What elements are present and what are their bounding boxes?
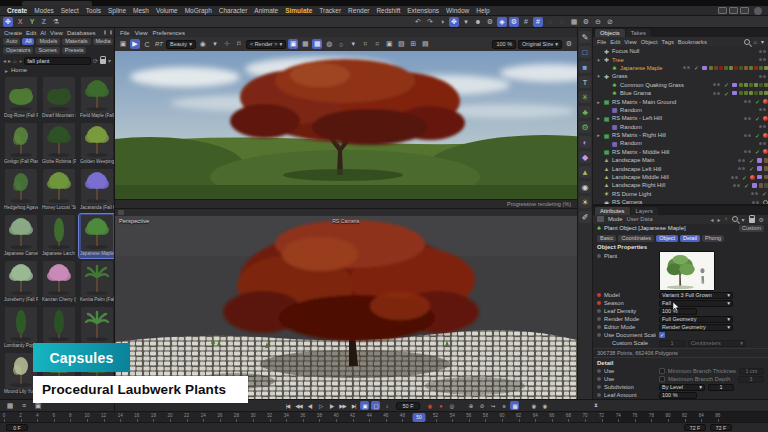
editor-visibility-dot[interactable]	[731, 176, 734, 179]
menu-spline[interactable]: Spline	[105, 7, 129, 14]
asset-item-japanese-maple-fall[interactable]: Japanese Maple (Fall ...	[79, 214, 114, 258]
bookmark-caret-icon[interactable]: ▾	[761, 39, 764, 45]
go-to-start-button[interactable]: |◀	[283, 401, 292, 410]
render-canvas[interactable]	[115, 51, 577, 199]
filter-tab-auto[interactable]: Auto	[3, 38, 20, 45]
menu-help[interactable]: Help	[473, 7, 492, 14]
field-icon[interactable]: ◐	[579, 136, 591, 148]
material-tag-icon[interactable]	[759, 66, 764, 71]
category-tab-presets[interactable]: Presets	[62, 47, 87, 54]
expand-1-icon[interactable]: ⌗	[360, 39, 370, 49]
perspective-viewport[interactable]: Perspective RS Camera	[115, 216, 577, 399]
search-input[interactable]	[27, 58, 88, 64]
editor-visibility-dot[interactable]	[759, 58, 762, 61]
render-slot-dropdown[interactable]: < Render >▾	[246, 40, 286, 49]
enabled-check-icon[interactable]: ✓	[762, 190, 768, 197]
asset-item-jacaranda-fall-plant[interactable]: Jacaranda (Fall Plant)	[79, 168, 114, 212]
live-selection-icon[interactable]: ◑	[437, 17, 447, 27]
object-row-focus-null[interactable]: ✚Focus Null	[593, 47, 768, 55]
keyframe-dot[interactable]	[597, 333, 601, 337]
material-tag-icon[interactable]	[739, 91, 744, 96]
history-back-icon[interactable]: ◂	[711, 216, 714, 223]
render-visibility-dot[interactable]	[763, 125, 766, 128]
asset-item-hedgehog-agave-fall[interactable]: Hedgehog Agave (Fall...	[3, 168, 39, 212]
sound-toggle[interactable]: ♪	[382, 401, 391, 410]
object-label[interactable]: RS Matrix - Middle Hill	[612, 149, 669, 155]
detail-parameter-field[interactable]: 1 cm	[739, 368, 764, 375]
material-tag-icon[interactable]	[739, 66, 744, 71]
asset-item-japanese-larch-fall-pl[interactable]: Japanese Larch (Fall Pl...	[41, 214, 77, 258]
timeline-ruler[interactable]: 0246810121416182022242628303234363840424…	[0, 411, 768, 422]
more-icon[interactable]: ▾	[108, 57, 111, 64]
editor-visibility-dot[interactable]	[759, 142, 762, 145]
volume-icon[interactable]: ◆	[579, 151, 591, 163]
render-visibility-dot[interactable]	[748, 100, 751, 103]
rotation-key-toggle[interactable]: ⊘	[477, 401, 486, 410]
ab-menu-edit[interactable]: Edit	[26, 30, 36, 36]
render-visibility-dot[interactable]	[687, 66, 690, 69]
object-row-landscape-middle-hill[interactable]: ▲Landscape Middle Hill✓	[593, 173, 768, 181]
camera-icon[interactable]: ◉	[579, 181, 591, 193]
tab-layers[interactable]: Layers	[631, 207, 658, 215]
cloner-icon[interactable]: ♣	[579, 106, 591, 118]
custom-scale-unit-dropdown[interactable]: Centimeters▾	[688, 340, 746, 347]
dock-icon[interactable]	[104, 30, 106, 35]
character-solver-icon[interactable]: ☻	[473, 17, 483, 27]
mode-label[interactable]: Mode	[608, 216, 623, 222]
object-label[interactable]: RS Matrix - Right Hill	[612, 132, 666, 138]
menu-mesh[interactable]: Mesh	[130, 7, 152, 14]
keyframe-dot[interactable]	[597, 369, 601, 373]
material-tag-icon[interactable]	[764, 183, 768, 188]
isolate-icon[interactable]: ⊖	[593, 17, 603, 27]
asset-item-field-maple-fall-plant[interactable]: Field Maple (Fall Plant)	[79, 76, 114, 120]
use-checkbox[interactable]	[659, 376, 665, 382]
filter-icon[interactable]: ▾	[742, 216, 745, 223]
z-axis-lock-button[interactable]: Z	[39, 17, 49, 27]
menu-modes[interactable]: Modes	[31, 7, 57, 14]
asset-item-honey-locust-sunbur[interactable]: Honey Locust 'Sunbur...	[41, 168, 77, 212]
restart-render-icon[interactable]: C	[142, 39, 152, 49]
search-icon[interactable]	[744, 39, 750, 45]
menu-tools[interactable]: Tools	[83, 7, 104, 14]
ab-menu-databases[interactable]: Databases	[67, 30, 96, 36]
material-tag-icon[interactable]	[744, 83, 749, 88]
object-row-japanese-maple[interactable]: ♣Japanese Maple✓	[593, 64, 768, 72]
plant-preview-thumbnail[interactable]	[659, 251, 715, 291]
am-lock-icon[interactable]	[749, 218, 755, 223]
keying-settings-button[interactable]: ▦	[510, 401, 519, 410]
save-image-icon[interactable]: ▣	[118, 39, 128, 49]
om-menu-tags[interactable]: Tags	[662, 39, 674, 45]
undock-icon[interactable]	[110, 30, 112, 35]
asset-item-dog-rose-fall-plant[interactable]: Dog-Rose (Fall Plant)	[3, 76, 39, 120]
object-row-landscape-right-hill[interactable]: ▲Landscape Right Hill✓	[593, 181, 768, 189]
tab-objects[interactable]: Objects	[595, 29, 625, 37]
landscape-icon[interactable]: ▲	[579, 166, 591, 178]
object-label[interactable]: Random	[620, 140, 642, 146]
enabled-check-icon[interactable]: ✓	[755, 132, 761, 139]
render-visibility-dot[interactable]	[763, 58, 766, 61]
editor-visibility-dot[interactable]	[738, 159, 741, 162]
keyframe-record-toggle[interactable]: ▢	[371, 401, 380, 410]
menu-character[interactable]: Character	[216, 7, 251, 14]
asset-item-ginkgo-fall-plant[interactable]: Ginkgo (Fall Plant)	[3, 122, 39, 166]
spline-pen-icon[interactable]: ✎	[579, 31, 591, 43]
object-label[interactable]: Landscape Left Hill	[612, 166, 661, 172]
render-visibility-dot[interactable]	[755, 192, 758, 195]
go-to-next-frame-button[interactable]: |▶	[327, 401, 336, 410]
viewport-menu-icon[interactable]	[118, 210, 124, 215]
y-axis-lock-button[interactable]: Y	[27, 17, 37, 27]
current-frame-field[interactable]: 50 F	[396, 402, 420, 410]
section-tab-basic[interactable]: Basic	[597, 235, 616, 242]
modeling-gear-icon[interactable]: ⚙	[581, 17, 591, 27]
editor-visibility-dot[interactable]	[744, 134, 747, 137]
caret-icon[interactable]: ▾	[348, 39, 358, 49]
object-label[interactable]: RS Matrix - Main Ground	[612, 99, 676, 105]
editor-visibility-dot[interactable]	[759, 75, 762, 78]
object-row-random[interactable]: ▩Random	[593, 123, 768, 131]
keyframe-dot[interactable]	[597, 393, 601, 397]
tab-takes[interactable]: Takes	[626, 29, 651, 37]
keyframe-dot[interactable]	[597, 377, 601, 381]
editor-visibility-dot[interactable]	[759, 50, 762, 53]
dropdown-model[interactable]: Variant 3 Full Grown▾	[659, 292, 733, 299]
emitter-icon[interactable]: ✳	[579, 91, 591, 103]
